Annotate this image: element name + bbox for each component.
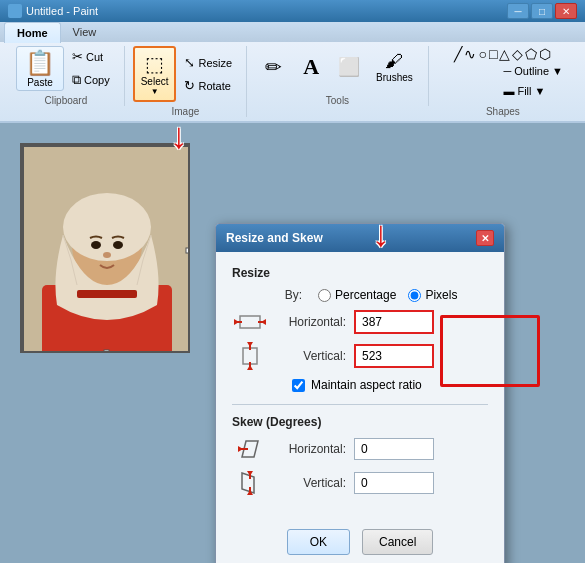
rotate-label: Rotate: [198, 80, 230, 92]
rotate-button[interactable]: ↻ Rotate: [178, 75, 238, 96]
select-dropdown-icon: ▼: [151, 87, 159, 96]
maintain-aspect-checkbox[interactable]: [292, 379, 305, 392]
hexagon-shape[interactable]: ⬡: [539, 46, 551, 62]
by-label: By:: [232, 288, 302, 302]
paste-button[interactable]: 📋 Paste: [16, 46, 64, 91]
svg-point-5: [91, 241, 101, 249]
clipboard-buttons: 📋 Paste ✂ Cut ⧉ Copy: [16, 46, 116, 91]
horizontal-input[interactable]: [354, 310, 434, 334]
rotate-icon: ↻: [184, 78, 195, 93]
image-label: Image: [172, 102, 200, 117]
skew-horizontal-label: Horizontal:: [276, 442, 346, 456]
app-title: Untitled - Paint: [26, 5, 98, 17]
eraser-icon: ⬜: [338, 56, 360, 78]
divider: [232, 404, 488, 405]
select-label: Select: [141, 76, 169, 87]
dialog-title-bar: Resize and Skew ✕: [216, 224, 504, 252]
resize-dialog[interactable]: Resize and Skew ✕ Resize By: Percentage …: [215, 223, 505, 563]
paste-icon: 📋: [25, 49, 55, 77]
pixels-radio[interactable]: [408, 289, 421, 302]
svg-marker-16: [261, 319, 266, 325]
diamond-shape[interactable]: ◇: [512, 46, 523, 62]
triangle-shape[interactable]: △: [499, 46, 510, 62]
dialog-title: Resize and Skew: [226, 231, 323, 245]
main-area: ↓ ↓ Resize and Skew ✕ Resize By: Percent…: [0, 123, 585, 563]
fill-button[interactable]: ▬ Fill ▼: [497, 82, 569, 100]
outline-fill-buttons: ─ Outline ▼ ▬ Fill ▼: [497, 62, 569, 100]
ok-button[interactable]: OK: [287, 529, 350, 555]
title-bar: Untitled - Paint ─ □ ✕: [0, 0, 585, 22]
resize-button[interactable]: ⤡ Resize: [178, 52, 238, 73]
pencil-icon: ✏: [265, 55, 282, 79]
shapes-buttons: ╱ ∿ ○ □ △ ◇ ⬠ ⬡: [454, 46, 551, 62]
percentage-radio-label[interactable]: Percentage: [318, 288, 396, 302]
text-button[interactable]: A: [293, 49, 329, 85]
skew-horizontal-icon-col: [232, 437, 268, 461]
cut-icon: ✂: [72, 49, 83, 64]
dialog-close-button[interactable]: ✕: [476, 230, 494, 246]
brushes-label: Brushes: [376, 72, 413, 83]
skew-vertical-input[interactable]: [354, 472, 434, 494]
pixels-radio-label[interactable]: Pixels: [408, 288, 457, 302]
vertical-input[interactable]: [354, 344, 434, 368]
vertical-resize-icon-col: [232, 342, 268, 370]
ribbon: Home View 📋 Paste ✂ Cut ⧉ Copy: [0, 22, 585, 123]
fill-icon: ▬: [503, 85, 514, 97]
horizontal-resize-icon-col: [232, 312, 268, 332]
tools-group: ✏ A ⬜ 🖌 Brushes Tools: [247, 46, 429, 106]
line-shape[interactable]: ╱: [454, 46, 462, 62]
resize-radio-group: Percentage Pixels: [318, 288, 457, 302]
cancel-button[interactable]: Cancel: [362, 529, 433, 555]
cut-copy-buttons: ✂ Cut ⧉ Copy: [66, 46, 116, 91]
tab-home[interactable]: Home: [4, 22, 61, 43]
pixels-label: Pixels: [425, 288, 457, 302]
maintain-aspect-label: Maintain aspect ratio: [311, 378, 422, 392]
shapes-label: Shapes: [486, 102, 520, 117]
dialog-footer: OK Cancel: [216, 519, 504, 563]
outline-button[interactable]: ─ Outline ▼: [497, 62, 569, 80]
select-icon: ⬚: [145, 52, 164, 76]
percentage-label: Percentage: [335, 288, 396, 302]
minimize-button[interactable]: ─: [507, 3, 529, 19]
window-controls: ─ □ ✕: [507, 3, 577, 19]
pentagon-shape[interactable]: ⬠: [525, 46, 537, 62]
maximize-button[interactable]: □: [531, 3, 553, 19]
skew-vertical-label: Vertical:: [276, 476, 346, 490]
svg-point-4: [63, 193, 151, 261]
horizontal-resize-icon: [234, 312, 266, 332]
svg-rect-11: [104, 350, 109, 353]
shapes-group: ╱ ∿ ○ □ △ ◇ ⬠ ⬡ ─ Outline ▼ ▬ Fill ▼ Sha…: [429, 46, 577, 117]
app-icon: [8, 4, 22, 18]
select-button[interactable]: ⬚ Select ▼: [133, 46, 177, 102]
tab-view[interactable]: View: [61, 22, 109, 42]
brushes-button[interactable]: 🖌 Brushes: [369, 46, 420, 88]
image-group: ⬚ Select ▼ ⤡ Resize ↻ Rotate Image: [125, 46, 247, 117]
svg-marker-24: [238, 446, 243, 452]
svg-rect-12: [240, 316, 260, 328]
svg-marker-14: [234, 319, 239, 325]
close-button[interactable]: ✕: [555, 3, 577, 19]
copy-button[interactable]: ⧉ Copy: [66, 69, 116, 91]
paste-label: Paste: [27, 77, 53, 88]
horizontal-resize-row: Horizontal:: [232, 310, 488, 334]
outline-icon: ─: [503, 65, 511, 77]
pencil-button[interactable]: ✏: [255, 50, 291, 84]
percentage-radio[interactable]: [318, 289, 331, 302]
skew-horizontal-row: Horizontal:: [232, 437, 488, 461]
ribbon-content: 📋 Paste ✂ Cut ⧉ Copy Clipboard: [0, 42, 585, 121]
svg-rect-10: [186, 248, 190, 253]
resize-icon: ⤡: [184, 55, 195, 70]
dialog-body: Resize By: Percentage Pixels: [216, 252, 504, 519]
oval-shape[interactable]: ○: [478, 46, 486, 62]
copy-label: Copy: [84, 74, 110, 86]
vertical-resize-row: Vertical:: [232, 342, 488, 370]
eraser-button[interactable]: ⬜: [331, 51, 367, 83]
clipboard-group: 📋 Paste ✂ Cut ⧉ Copy Clipboard: [8, 46, 125, 106]
skew-horizontal-input[interactable]: [354, 438, 434, 460]
curve-shape[interactable]: ∿: [464, 46, 476, 62]
text-icon: A: [303, 54, 319, 80]
copy-icon: ⧉: [72, 72, 81, 88]
rect-shape[interactable]: □: [489, 46, 497, 62]
cut-button[interactable]: ✂ Cut: [66, 46, 116, 67]
svg-rect-17: [243, 348, 257, 364]
